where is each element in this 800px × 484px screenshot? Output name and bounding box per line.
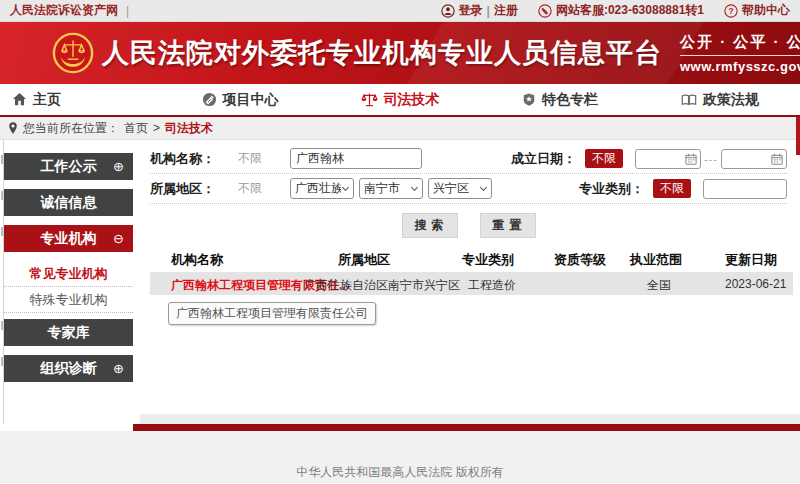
- form-row-2: 所属地区： 不限 广西壮族自治 南宁市 兴宁区 专业: [150, 174, 787, 204]
- page: 人民法院诉讼资产网 | 登录 | 注册 网站客服:023-63088881转1 …: [0, 0, 800, 484]
- phone-icon: [538, 4, 552, 18]
- topbar-divider: |: [126, 4, 129, 18]
- org-name-label: 机构名称：: [150, 150, 238, 168]
- chevron-down-icon: [342, 184, 349, 191]
- city-select[interactable]: 南宁市: [359, 178, 423, 199]
- register-link[interactable]: 注册: [494, 2, 518, 19]
- province-value: 广西壮族自治: [295, 180, 341, 197]
- cell-scope: 全国: [647, 277, 671, 294]
- category-input[interactable]: [703, 179, 787, 199]
- form-row-1: 机构名称： 不限 成立日期： 不限 ---: [150, 144, 787, 174]
- page-title: 人民法院对外委托专业机构专业人员信息平台: [102, 35, 662, 71]
- nav-label: 特色专栏: [542, 91, 598, 109]
- scales-icon: [361, 92, 378, 107]
- nav-item-home[interactable]: 主页: [0, 91, 160, 109]
- col-header-scope: 执业范围: [630, 251, 682, 269]
- chevron-down-icon: [411, 184, 418, 191]
- sidebar-item-label: 工作公示: [41, 158, 97, 176]
- footer: 中华人民共和国最高人民法院 版权所有: [0, 431, 800, 483]
- calendar-icon: [685, 153, 697, 165]
- district-value: 兴宁区: [433, 180, 479, 197]
- calendar-icon: [771, 153, 783, 165]
- founded-to-input[interactable]: [721, 149, 787, 169]
- login-link[interactable]: 登录: [459, 2, 483, 19]
- sidebar-subitem-special-orgs[interactable]: 特殊专业机构: [4, 287, 133, 313]
- nav-item-project-center[interactable]: 项目中心: [160, 91, 320, 109]
- nav-label: 项目中心: [223, 91, 279, 109]
- breadcrumb-current: 司法技术: [165, 120, 213, 137]
- bottom-red-bar: [133, 424, 800, 431]
- help-group: ? 帮助中心: [724, 2, 790, 19]
- nav-label: 司法技术: [384, 91, 440, 109]
- sidebar-subitem-common-orgs[interactable]: 常见专业机构: [4, 261, 133, 287]
- bottom-bar-spacer: [0, 424, 133, 431]
- service-group: 网站客服:023-63088881转1: [538, 2, 704, 19]
- login-group: 登录 | 注册: [441, 2, 518, 19]
- collapse-icon[interactable]: ⊖: [113, 231, 124, 246]
- sidebar-item-professional-orgs[interactable]: 专业机构 ⊖: [4, 225, 133, 252]
- region-label: 所属地区：: [150, 180, 238, 198]
- founded-unlimited-button[interactable]: 不限: [585, 149, 623, 168]
- slogan-text: 公开 · 公平 · 公正: [680, 33, 800, 55]
- help-link[interactable]: 帮助中心: [742, 2, 790, 19]
- sidebar-item-expert-library[interactable]: 专家库: [4, 319, 133, 346]
- nav-item-policy[interactable]: 政策法规: [640, 91, 800, 109]
- sidebar-item-label: 组织诊断: [41, 360, 97, 378]
- district-select[interactable]: 兴宁区: [428, 178, 492, 199]
- main-nav: 主页 项目中心 司法技术 特色专栏 政策法规: [0, 84, 800, 117]
- reset-button[interactable]: 重置: [480, 213, 536, 238]
- category-unlimited-button[interactable]: 不限: [653, 179, 691, 198]
- site-url: www.rmfysszc.gov.cn: [680, 55, 800, 74]
- table-row: 广西翰林工程项目管理有限责任... 广西壮族自治区南宁市兴宁区 工程造价 全国 …: [150, 272, 793, 295]
- sidebar-subitem-label: 特殊专业机构: [30, 291, 108, 309]
- breadcrumb-prefix: 您当前所在位置：: [23, 120, 119, 137]
- sidebar-item-work-publicity[interactable]: 工作公示 ⊕: [4, 153, 133, 180]
- service-phone: 网站客服:023-63088881转1: [556, 2, 704, 19]
- col-header-grade: 资质等级: [554, 251, 606, 269]
- expand-icon[interactable]: ⊕: [113, 361, 124, 376]
- asset-site-link[interactable]: 人民法院诉讼资产网: [10, 2, 118, 19]
- col-header-region: 所属地区: [338, 251, 390, 269]
- panel-footer-strip: [140, 414, 800, 424]
- category-label: 专业类别：: [579, 180, 653, 198]
- main-panel: 机构名称： 不限 成立日期： 不限 ---: [140, 140, 795, 424]
- col-header-org-name: 机构名称: [171, 251, 223, 269]
- site-banner: 人民法院对外委托专业机构专业人员信息平台 公开 · 公平 · 公正 www.rm…: [0, 22, 800, 84]
- nav-label: 主页: [33, 91, 61, 109]
- table-header-row: 机构名称 所属地区 专业类别 资质等级 执业范围 更新日期: [150, 246, 793, 272]
- shield-star-icon: [522, 92, 536, 107]
- sidebar-item-org-diagnosis[interactable]: 组织诊断 ⊕: [4, 355, 133, 382]
- search-form: 机构名称： 不限 成立日期： 不限 ---: [140, 140, 795, 238]
- location-pin-icon: [8, 121, 18, 135]
- cell-category: 工程造价: [468, 277, 516, 294]
- search-button[interactable]: 搜索: [402, 213, 458, 238]
- nav-item-judicial-tech[interactable]: 司法技术: [320, 91, 480, 109]
- sidebar-subitem-label: 常见专业机构: [30, 265, 108, 283]
- bottom-bar-row: [0, 424, 800, 431]
- founded-date-label: 成立日期：: [511, 150, 585, 168]
- nav-item-featured-column[interactable]: 特色专栏: [480, 91, 640, 109]
- breadcrumb: 您当前所在位置： 首页 > 司法技术: [0, 117, 800, 140]
- breadcrumb-separator: >: [153, 121, 160, 135]
- right-edge-accent: [796, 117, 800, 155]
- sidebar-item-label: 专家库: [48, 324, 90, 342]
- svg-text:?: ?: [728, 6, 733, 16]
- sidebar-item-integrity-info[interactable]: 诚信信息: [4, 189, 133, 216]
- chevron-down-icon: [480, 184, 487, 191]
- region-unlimited[interactable]: 不限: [238, 180, 290, 197]
- content-area: 工作公示 ⊕ 诚信信息 专业机构 ⊖ 常见专业机构 特殊专业机构 专家库: [0, 140, 800, 424]
- province-select[interactable]: 广西壮族自治: [290, 178, 354, 199]
- org-name-unlimited[interactable]: 不限: [238, 150, 290, 167]
- tooltip: 广西翰林工程项目管理有限责任公司: [168, 302, 376, 325]
- org-name-input[interactable]: [290, 148, 422, 169]
- court-emblem-logo: [52, 32, 94, 74]
- sidebar: 工作公示 ⊕ 诚信信息 专业机构 ⊖ 常见专业机构 特殊专业机构 专家库: [3, 140, 133, 424]
- founded-from-input[interactable]: [635, 149, 701, 169]
- breadcrumb-home-link[interactable]: 首页: [124, 120, 148, 137]
- home-icon: [12, 92, 27, 107]
- form-actions: 搜索 重置: [150, 213, 787, 238]
- login-divider: |: [487, 4, 490, 18]
- cell-region: 广西壮族自治区南宁市兴宁区: [304, 277, 460, 294]
- sidebar-item-label: 诚信信息: [41, 194, 97, 212]
- expand-icon[interactable]: ⊕: [113, 159, 124, 174]
